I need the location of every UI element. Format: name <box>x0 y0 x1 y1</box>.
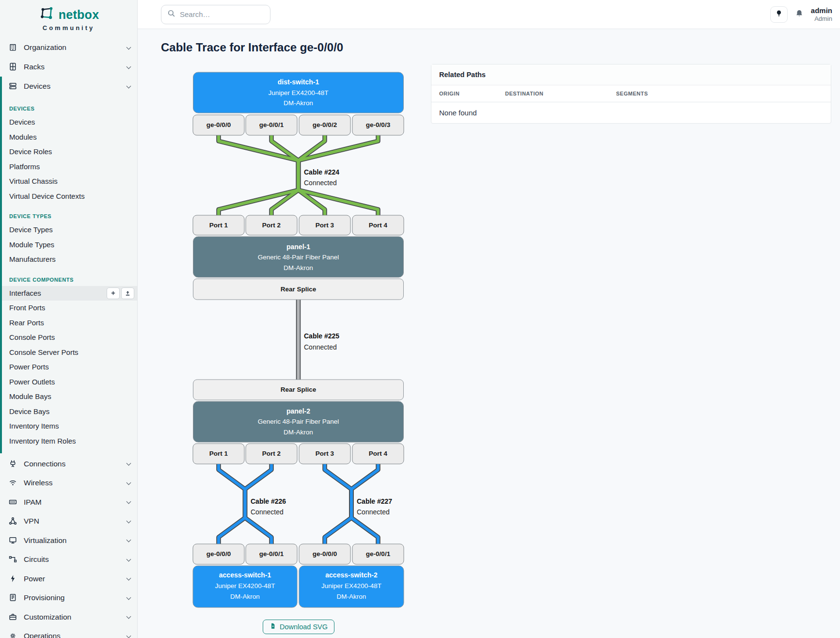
user-role: Admin <box>811 15 832 22</box>
trace-node-access-switch-2[interactable]: access-switch-2 Juniper EX4200-48T DM-Ak… <box>299 566 404 607</box>
trace-panel1-port-4[interactable]: Port 4 <box>352 215 404 235</box>
svg-text:Cable #227: Cable #227 <box>357 497 392 505</box>
trace-access2-port-ge-0-0-1[interactable]: ge-0/0/1 <box>352 544 404 564</box>
svg-text:Port 3: Port 3 <box>316 222 334 229</box>
sidebar-item-module-types[interactable]: Module Types <box>2 238 137 253</box>
trace-node-access-switch-1[interactable]: access-switch-1 Juniper EX4200-48T DM-Ak… <box>193 566 297 607</box>
svg-text:DM-Akron: DM-Akron <box>284 264 313 271</box>
sidebar-item-inventory-item-roles[interactable]: Inventory Item Roles <box>2 434 137 449</box>
sidebar-item-modules[interactable]: Modules <box>2 130 137 145</box>
trace-panel1-rear-splice[interactable]: Rear Splice <box>193 279 404 300</box>
trace-port-ge-0-0-1[interactable]: ge-0/0/1 <box>246 115 297 135</box>
sidebar-group-racks[interactable]: Racks <box>0 57 137 77</box>
sidebar-item-device-bays[interactable]: Device Bays <box>2 404 137 419</box>
sidebar-group-label: VPN <box>24 517 127 526</box>
brand-subtitle: Community <box>0 24 137 32</box>
trace-panel1-port-3[interactable]: Port 3 <box>299 215 350 235</box>
svg-text:Juniper EX4200-48T: Juniper EX4200-48T <box>215 582 275 590</box>
connections-icon <box>9 460 17 468</box>
sidebar-item-power-outlets[interactable]: Power Outlets <box>2 375 137 390</box>
sidebar-group-devices[interactable]: Devices <box>2 77 137 96</box>
sidebar-item-inventory-items[interactable]: Inventory Items <box>2 419 137 434</box>
add-interface-button[interactable] <box>107 287 120 299</box>
trace-access1-port-ge-0-0-0[interactable]: ge-0/0/0 <box>193 544 244 564</box>
power-icon <box>9 574 17 583</box>
svg-text:DM-Akron: DM-Akron <box>284 99 313 107</box>
sidebar-item-interfaces[interactable]: Interfaces <box>2 286 137 301</box>
svg-text:Port 3: Port 3 <box>316 450 334 457</box>
related-paths-card: Related Paths ORIGIN DESTINATION SEGMENT… <box>431 64 831 124</box>
notifications-bell-icon[interactable] <box>795 9 804 20</box>
sidebar-group-organization[interactable]: Organization <box>0 38 137 57</box>
trace-panel2-port-1[interactable]: Port 1 <box>193 444 244 464</box>
provisioning-icon <box>9 593 17 602</box>
sidebar: netbox Community Organization Racks Devi… <box>0 0 138 638</box>
column-header-destination: DESTINATION <box>505 91 616 96</box>
sidebar-group-ipam[interactable]: IPAM <box>0 493 137 512</box>
svg-text:DM-Akron: DM-Akron <box>284 429 313 436</box>
sidebar-item-virtual-chassis[interactable]: Virtual Chassis <box>2 174 137 189</box>
search-box[interactable] <box>161 5 270 24</box>
trace-node-dist-switch-1[interactable]: dist-switch-1 Juniper EX4200-48T DM-Akro… <box>193 72 404 113</box>
trace-port-ge-0-0-0[interactable]: ge-0/0/0 <box>193 115 244 135</box>
trace-panel2-port-2[interactable]: Port 2 <box>246 444 297 464</box>
sidebar-group-operations[interactable]: Operations <box>0 627 137 638</box>
svg-text:access-switch-2: access-switch-2 <box>325 571 378 579</box>
import-interfaces-button[interactable] <box>121 287 134 299</box>
sidebar-group-circuits[interactable]: Circuits <box>0 550 137 570</box>
user-menu[interactable]: admin Admin <box>811 6 832 22</box>
sidebar-item-rear-ports[interactable]: Rear Ports <box>2 316 137 331</box>
chevron-down-icon <box>127 538 131 542</box>
download-svg-button[interactable]: Download SVG <box>263 620 334 634</box>
sidebar-item-front-ports[interactable]: Front Ports <box>2 301 137 316</box>
svg-text:Cable #224: Cable #224 <box>304 168 339 176</box>
svg-text:dist-switch-1: dist-switch-1 <box>278 78 319 86</box>
cable-226-label[interactable]: Cable #226 Connected <box>251 497 286 516</box>
customization-icon <box>9 613 17 622</box>
trace-panel1-port-1[interactable]: Port 1 <box>193 215 244 235</box>
trace-port-ge-0-0-2[interactable]: ge-0/0/2 <box>299 115 350 135</box>
sidebar-item-console-ports[interactable]: Console Ports <box>2 330 137 345</box>
cable-225-label[interactable]: Cable #225 Connected <box>304 332 339 351</box>
trace-panel2-port-3[interactable]: Port 3 <box>299 444 350 464</box>
trace-access2-port-ge-0-0-0[interactable]: ge-0/0/0 <box>299 544 350 564</box>
search-input[interactable] <box>180 10 264 18</box>
trace-panel1-port-2[interactable]: Port 2 <box>246 215 297 235</box>
sidebar-item-power-ports[interactable]: Power Ports <box>2 360 137 375</box>
sidebar-group-wireless[interactable]: Wireless <box>0 474 137 493</box>
sidebar-item-device-roles[interactable]: Device Roles <box>2 144 137 160</box>
sidebar-item-console-server-ports[interactable]: Console Server Ports <box>2 345 137 360</box>
svg-text:Cable #225: Cable #225 <box>304 332 339 340</box>
sidebar-group-customization[interactable]: Customization <box>0 607 137 627</box>
trace-node-panel-2[interactable]: panel-2 Generic 48-Pair Fiber Panel DM-A… <box>193 401 404 442</box>
sidebar-item-manufacturers[interactable]: Manufacturers <box>2 252 137 267</box>
sidebar-group-connections[interactable]: Connections <box>0 454 137 474</box>
svg-text:Port 4: Port 4 <box>369 222 388 229</box>
brand[interactable]: netbox Community <box>0 0 137 38</box>
sidebar-item-virtual-device-contexts[interactable]: Virtual Device Contexts <box>2 189 137 204</box>
vpn-icon <box>9 517 17 526</box>
trace-access1-port-ge-0-0-1[interactable]: ge-0/0/1 <box>246 544 297 564</box>
sidebar-group-virtualization[interactable]: Virtualization <box>0 531 137 550</box>
chevron-down-icon <box>127 595 131 600</box>
cable-224-label[interactable]: Cable #224 Connected <box>304 168 339 187</box>
trace-node-panel-1[interactable]: panel-1 Generic 48-Pair Fiber Panel DM-A… <box>193 237 404 277</box>
racks-icon <box>9 63 17 71</box>
sidebar-item-device-types[interactable]: Device Types <box>2 223 137 238</box>
sidebar-item-module-bays[interactable]: Module Bays <box>2 389 137 404</box>
svg-text:access-switch-1: access-switch-1 <box>219 571 271 579</box>
sidebar-devices-panel: Devices DEVICES Devices Modules Device R… <box>0 77 137 453</box>
trace-port-ge-0-0-3[interactable]: ge-0/0/3 <box>352 115 404 135</box>
cable-227-label[interactable]: Cable #227 Connected <box>357 497 392 516</box>
trace-panel2-rear-splice[interactable]: Rear Splice <box>193 380 404 400</box>
user-name: admin <box>811 6 832 15</box>
sidebar-group-power[interactable]: Power <box>0 569 137 589</box>
sidebar-group-label: IPAM <box>24 498 127 507</box>
sidebar-group-vpn[interactable]: VPN <box>0 512 137 531</box>
svg-text:ge-0/0/0: ge-0/0/0 <box>206 550 231 558</box>
theme-toggle-button[interactable] <box>770 6 788 23</box>
sidebar-item-devices[interactable]: Devices <box>2 115 137 130</box>
trace-panel2-port-4[interactable]: Port 4 <box>352 444 404 464</box>
sidebar-item-platforms[interactable]: Platforms <box>2 160 137 175</box>
sidebar-group-provisioning[interactable]: Provisioning <box>0 589 137 608</box>
